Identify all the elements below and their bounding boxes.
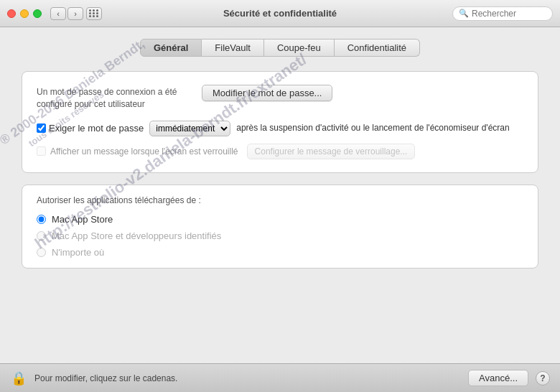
radio-mac-appstore-devs: Mac App Store et développeurs identifiés xyxy=(37,230,523,241)
search-icon: 🔍 xyxy=(459,9,469,18)
password-section: Un mot de passe de connexion a été confi… xyxy=(22,71,538,173)
radio-mac-appstore: Mac App Store xyxy=(37,214,523,225)
traffic-lights xyxy=(7,9,42,18)
password-label: Un mot de passe de connexion a été confi… xyxy=(37,85,202,111)
minimize-button[interactable] xyxy=(20,9,29,18)
password-timing-select[interactable]: immédiatement xyxy=(149,121,230,136)
radio-mac-appstore-devs-input[interactable] xyxy=(37,231,46,241)
search-input[interactable] xyxy=(472,9,546,19)
allowed-apps-section: Autoriser les applications téléchargées … xyxy=(22,185,538,269)
tab-bar: Général FileVault Coupe-feu Confidential… xyxy=(22,39,538,57)
require-password-checkbox[interactable] xyxy=(37,123,46,133)
password-control: Modifier le mot de passe... xyxy=(202,85,523,101)
require-after-text: après la suspension d'activité ou le lan… xyxy=(236,122,523,134)
allowed-apps-title: Autoriser les applications téléchargées … xyxy=(37,195,523,205)
advanced-button[interactable]: Avancé... xyxy=(468,370,528,386)
forward-button[interactable]: › xyxy=(67,7,83,20)
close-button[interactable] xyxy=(7,9,16,18)
radio-mac-appstore-devs-label: Mac App Store et développeurs identifiés xyxy=(52,230,221,241)
maximize-button[interactable] xyxy=(33,9,42,18)
main-content: Général FileVault Coupe-feu Confidential… xyxy=(0,27,560,363)
radio-mac-appstore-label: Mac App Store xyxy=(52,214,113,225)
window-title: Sécurité et confidentialité xyxy=(223,8,337,19)
grid-menu-button[interactable] xyxy=(86,7,102,20)
show-message-label: Afficher un message lorsque l'écran est … xyxy=(50,146,238,157)
lock-icon: 🔒 xyxy=(10,370,27,387)
tab-coupe-feu[interactable]: Coupe-feu xyxy=(264,39,335,57)
nav-buttons: ‹ › xyxy=(50,7,83,20)
show-message-checkbox[interactable] xyxy=(37,146,46,156)
require-password-label: Exiger le mot de passe xyxy=(49,123,144,134)
titlebar: ‹ › Sécurité et confidentialité 🔍 xyxy=(0,0,560,27)
bottombar: 🔒 Pour modifier, cliquez sur le cadenas.… xyxy=(0,363,560,392)
bottombar-text: Pour modifier, cliquez sur le cadenas. xyxy=(34,373,461,383)
radio-anywhere: N'importe où xyxy=(37,247,523,258)
radio-anywhere-label: N'importe où xyxy=(52,247,104,258)
config-message-button[interactable]: Configurer le message de verrouillage... xyxy=(247,144,416,159)
search-box[interactable]: 🔍 xyxy=(452,6,553,21)
radio-mac-appstore-input[interactable] xyxy=(37,215,46,224)
modify-password-button[interactable]: Modifier le mot de passe... xyxy=(202,85,332,101)
tab-confidentialite[interactable]: Confidentialité xyxy=(335,39,420,57)
message-row: Afficher un message lorsque l'écran est … xyxy=(37,144,523,159)
radio-anywhere-input[interactable] xyxy=(37,248,46,257)
tab-filevault[interactable]: FileVault xyxy=(202,39,264,57)
password-row: Un mot de passe de connexion a été confi… xyxy=(37,85,523,111)
tab-general[interactable]: Général xyxy=(140,39,202,57)
help-button[interactable]: ? xyxy=(536,371,550,386)
back-button[interactable]: ‹ xyxy=(50,7,66,20)
